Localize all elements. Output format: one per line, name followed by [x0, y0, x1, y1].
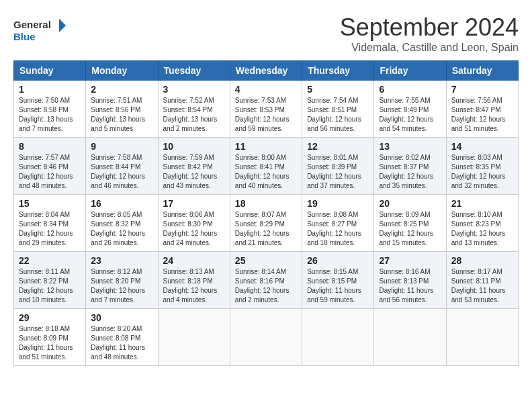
calendar-cell: 7 Sunrise: 7:56 AM Sunset: 8:47 PM Dayli…	[446, 81, 518, 138]
day-info: Sunrise: 7:51 AM Sunset: 8:56 PM Dayligh…	[91, 96, 152, 134]
calendar-cell	[302, 309, 374, 366]
day-number: 18	[235, 198, 297, 209]
day-info: Sunrise: 8:12 AM Sunset: 8:20 PM Dayligh…	[91, 267, 152, 305]
day-number: 26	[307, 255, 369, 266]
calendar-cell	[374, 309, 446, 366]
day-info: Sunrise: 7:53 AM Sunset: 8:53 PM Dayligh…	[235, 96, 297, 134]
weekday-header-wednesday: Wednesday	[230, 61, 302, 81]
calendar-cell: 28 Sunrise: 8:17 AM Sunset: 8:11 PM Dayl…	[446, 252, 518, 309]
svg-marker-2	[59, 19, 66, 32]
calendar-cell: 18 Sunrise: 8:07 AM Sunset: 8:29 PM Dayl…	[230, 195, 302, 252]
calendar-cell: 15 Sunrise: 8:04 AM Sunset: 8:34 PM Dayl…	[14, 195, 86, 252]
day-number: 30	[91, 312, 152, 323]
weekday-header-thursday: Thursday	[302, 61, 374, 81]
day-info: Sunrise: 8:05 AM Sunset: 8:32 PM Dayligh…	[91, 210, 152, 248]
calendar-cell: 2 Sunrise: 7:51 AM Sunset: 8:56 PM Dayli…	[86, 81, 158, 138]
day-info: Sunrise: 7:59 AM Sunset: 8:42 PM Dayligh…	[163, 153, 225, 191]
svg-text:Blue: Blue	[13, 31, 36, 42]
month-title: September 2024	[340, 13, 519, 42]
day-number: 11	[235, 141, 297, 152]
day-info: Sunrise: 8:08 AM Sunset: 8:27 PM Dayligh…	[307, 210, 369, 248]
day-info: Sunrise: 8:20 AM Sunset: 8:08 PM Dayligh…	[91, 324, 152, 362]
weekday-header-monday: Monday	[86, 61, 158, 81]
day-number: 29	[19, 312, 81, 323]
title-area: September 2024 Videmala, Castille and Le…	[340, 13, 519, 54]
calendar-cell: 5 Sunrise: 7:54 AM Sunset: 8:51 PM Dayli…	[302, 81, 374, 138]
day-info: Sunrise: 7:56 AM Sunset: 8:47 PM Dayligh…	[451, 96, 513, 134]
day-number: 7	[451, 84, 513, 95]
day-number: 16	[91, 198, 152, 209]
day-info: Sunrise: 8:10 AM Sunset: 8:23 PM Dayligh…	[451, 210, 513, 248]
day-number: 19	[307, 198, 369, 209]
calendar-cell: 10 Sunrise: 7:59 AM Sunset: 8:42 PM Dayl…	[158, 138, 230, 195]
day-number: 20	[379, 198, 441, 209]
day-number: 3	[163, 84, 225, 95]
day-info: Sunrise: 8:14 AM Sunset: 8:16 PM Dayligh…	[235, 267, 297, 305]
calendar-cell: 8 Sunrise: 7:57 AM Sunset: 8:46 PM Dayli…	[14, 138, 86, 195]
calendar-cell: 12 Sunrise: 8:01 AM Sunset: 8:39 PM Dayl…	[302, 138, 374, 195]
day-number: 25	[235, 255, 297, 266]
day-number: 10	[163, 141, 225, 152]
logo-svg: General Blue	[13, 13, 67, 47]
calendar-cell: 24 Sunrise: 8:13 AM Sunset: 8:18 PM Dayl…	[158, 252, 230, 309]
day-info: Sunrise: 8:11 AM Sunset: 8:22 PM Dayligh…	[19, 267, 81, 305]
calendar-cell: 29 Sunrise: 8:18 AM Sunset: 8:09 PM Dayl…	[14, 309, 86, 366]
day-info: Sunrise: 7:54 AM Sunset: 8:51 PM Dayligh…	[307, 96, 369, 134]
day-number: 14	[451, 141, 513, 152]
svg-text:General: General	[13, 19, 51, 30]
day-info: Sunrise: 8:07 AM Sunset: 8:29 PM Dayligh…	[235, 210, 297, 248]
day-number: 27	[379, 255, 441, 266]
calendar-cell: 16 Sunrise: 8:05 AM Sunset: 8:32 PM Dayl…	[86, 195, 158, 252]
day-number: 9	[91, 141, 152, 152]
calendar-cell: 21 Sunrise: 8:10 AM Sunset: 8:23 PM Dayl…	[446, 195, 518, 252]
calendar-cell: 23 Sunrise: 8:12 AM Sunset: 8:20 PM Dayl…	[86, 252, 158, 309]
day-number: 28	[451, 255, 513, 266]
day-info: Sunrise: 8:06 AM Sunset: 8:30 PM Dayligh…	[163, 210, 225, 248]
calendar-cell: 11 Sunrise: 8:00 AM Sunset: 8:41 PM Dayl…	[230, 138, 302, 195]
weekday-header-sunday: Sunday	[14, 61, 86, 81]
calendar-cell	[446, 309, 518, 366]
weekday-header-friday: Friday	[374, 61, 446, 81]
weekday-header-saturday: Saturday	[446, 61, 518, 81]
calendar-cell: 22 Sunrise: 8:11 AM Sunset: 8:22 PM Dayl…	[14, 252, 86, 309]
day-number: 21	[451, 198, 513, 209]
day-number: 13	[379, 141, 441, 152]
day-info: Sunrise: 8:01 AM Sunset: 8:39 PM Dayligh…	[307, 153, 369, 191]
calendar-cell: 13 Sunrise: 8:02 AM Sunset: 8:37 PM Dayl…	[374, 138, 446, 195]
day-info: Sunrise: 7:52 AM Sunset: 8:54 PM Dayligh…	[163, 96, 225, 134]
day-number: 24	[163, 255, 225, 266]
day-info: Sunrise: 8:16 AM Sunset: 8:13 PM Dayligh…	[379, 267, 441, 305]
day-number: 1	[19, 84, 81, 95]
calendar-cell: 25 Sunrise: 8:14 AM Sunset: 8:16 PM Dayl…	[230, 252, 302, 309]
calendar-cell	[158, 309, 230, 366]
calendar-cell: 14 Sunrise: 8:03 AM Sunset: 8:35 PM Dayl…	[446, 138, 518, 195]
day-number: 12	[307, 141, 369, 152]
day-number: 2	[91, 84, 152, 95]
day-info: Sunrise: 8:04 AM Sunset: 8:34 PM Dayligh…	[19, 210, 81, 248]
day-number: 22	[19, 255, 81, 266]
day-info: Sunrise: 7:58 AM Sunset: 8:44 PM Dayligh…	[91, 153, 152, 191]
day-info: Sunrise: 8:18 AM Sunset: 8:09 PM Dayligh…	[19, 324, 81, 362]
calendar-cell: 3 Sunrise: 7:52 AM Sunset: 8:54 PM Dayli…	[158, 81, 230, 138]
logo: General Blue	[13, 13, 67, 47]
day-info: Sunrise: 8:17 AM Sunset: 8:11 PM Dayligh…	[451, 267, 513, 305]
calendar-cell: 1 Sunrise: 7:50 AM Sunset: 8:58 PM Dayli…	[14, 81, 86, 138]
day-info: Sunrise: 8:03 AM Sunset: 8:35 PM Dayligh…	[451, 153, 513, 191]
day-info: Sunrise: 7:57 AM Sunset: 8:46 PM Dayligh…	[19, 153, 81, 191]
calendar-table: SundayMondayTuesdayWednesdayThursdayFrid…	[13, 60, 519, 366]
calendar-cell: 26 Sunrise: 8:15 AM Sunset: 8:15 PM Dayl…	[302, 252, 374, 309]
day-info: Sunrise: 7:50 AM Sunset: 8:58 PM Dayligh…	[19, 96, 81, 134]
location-title: Videmala, Castille and Leon, Spain	[340, 42, 519, 54]
calendar-cell: 27 Sunrise: 8:16 AM Sunset: 8:13 PM Dayl…	[374, 252, 446, 309]
day-number: 23	[91, 255, 152, 266]
day-number: 5	[307, 84, 369, 95]
day-info: Sunrise: 8:13 AM Sunset: 8:18 PM Dayligh…	[163, 267, 225, 305]
day-number: 6	[379, 84, 441, 95]
page-header: General Blue September 2024 Videmala, Ca…	[13, 13, 519, 54]
calendar-cell: 20 Sunrise: 8:09 AM Sunset: 8:25 PM Dayl…	[374, 195, 446, 252]
calendar-cell: 19 Sunrise: 8:08 AM Sunset: 8:27 PM Dayl…	[302, 195, 374, 252]
day-info: Sunrise: 7:55 AM Sunset: 8:49 PM Dayligh…	[379, 96, 441, 134]
day-info: Sunrise: 8:09 AM Sunset: 8:25 PM Dayligh…	[379, 210, 441, 248]
day-info: Sunrise: 8:00 AM Sunset: 8:41 PM Dayligh…	[235, 153, 297, 191]
day-info: Sunrise: 8:02 AM Sunset: 8:37 PM Dayligh…	[379, 153, 441, 191]
